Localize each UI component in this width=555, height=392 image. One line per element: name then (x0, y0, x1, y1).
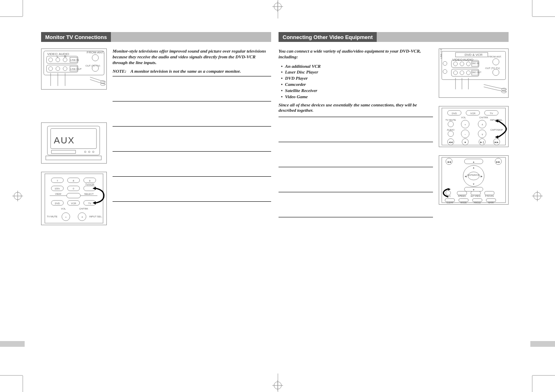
svg-text:◀◀: ◀◀ (449, 141, 453, 143)
svg-rect-114 (445, 198, 455, 202)
divider (113, 101, 271, 101)
divider (279, 167, 433, 167)
svg-point-68 (493, 69, 499, 76)
label-view: VIEW (55, 193, 61, 195)
svg-point-23 (92, 55, 99, 61)
label-ezview: EZ VIEW (471, 195, 481, 197)
key-dvd: DVD (55, 202, 60, 205)
divider (113, 151, 271, 152)
svg-text:▼: ▼ (472, 183, 475, 185)
label-audio: AUDIO (463, 58, 473, 62)
svg-point-64 (460, 71, 464, 75)
svg-text:▶▶: ▶▶ (495, 141, 499, 143)
registration-mark-left (12, 191, 23, 201)
divider (279, 142, 433, 142)
label-mode: MODE (461, 202, 467, 204)
svg-point-20 (56, 67, 60, 71)
svg-text:▶: ▶ (481, 175, 483, 178)
svg-text:■: ■ (465, 141, 466, 143)
svg-text:∧: ∧ (81, 216, 83, 218)
label-tvmute: TV MUTE (47, 215, 58, 218)
label-speed: SPEED (458, 195, 466, 197)
svg-text:∧: ∧ (481, 123, 483, 126)
svg-rect-113 (485, 191, 495, 195)
text-column: You can connect a wide variety of audio/… (279, 48, 433, 217)
label-mark: MARK (488, 202, 494, 204)
crop-guide (532, 0, 532, 16)
crop-guide (0, 16, 23, 17)
divider (279, 217, 433, 217)
label-video: VIDEO (452, 58, 463, 62)
registration-mark-right (532, 191, 543, 201)
outro-text: Since all of these devices use essential… (279, 102, 433, 114)
figures-column: DVD & VCR VIDEO AUDIO FROM ANT. OUT (TO … (439, 48, 509, 217)
label-clear: CLEAR (447, 202, 454, 204)
list-item: Laser Disc Player (281, 69, 433, 75)
svg-text:▶▶: ▶▶ (496, 161, 500, 163)
figure-monitor-aux: AUX (41, 122, 107, 164)
divider (279, 117, 433, 117)
intro-text: You can connect a wide variety of audio/… (279, 48, 433, 60)
intro-text: Monitor-style televisions offer improved… (113, 48, 271, 65)
svg-point-79 (448, 121, 454, 127)
crop-guide (532, 16, 555, 17)
section-title: Monitor TV Connections (41, 32, 111, 42)
figure-remote-lower: ◀◀ ▶▶ ▲ ENTER/OK ▲ ▼ ◀ ▶ ▼ REC SPE (439, 155, 509, 205)
step-dividers (113, 101, 271, 202)
svg-point-16 (63, 58, 67, 62)
crop-guide (532, 376, 532, 392)
crop-guide (278, 374, 278, 392)
svg-rect-111 (457, 191, 467, 195)
key-vcr: VCR (71, 202, 76, 205)
crop-guide (532, 375, 555, 376)
note-body: A monitor television is not the same as … (131, 69, 248, 74)
svg-rect-115 (459, 198, 469, 202)
svg-point-19 (48, 67, 53, 71)
key-100plus: 100+ (55, 187, 60, 190)
divider (113, 201, 271, 202)
divider (113, 176, 271, 177)
page-right: Connecting Other Video Equipment You can… (279, 32, 509, 361)
label-decout: DEC OUT (472, 71, 481, 74)
svg-point-63 (454, 71, 458, 75)
figures-column: VIDEO AUDIO FROM ANT. L R LINE IN LINE O… (41, 48, 107, 225)
label-angle: ANGLE (474, 202, 481, 204)
svg-text:▲: ▲ (472, 161, 475, 163)
svg-point-84 (448, 131, 454, 137)
svg-point-56 (443, 69, 447, 74)
figure-remote-upper: DVD VCR TV VOL CH/TRK + ∧ TV MUTE INPUT … (439, 106, 509, 147)
list-item: DVD Player (281, 75, 433, 81)
svg-rect-112 (471, 191, 481, 195)
label-inputsel: INPUT SEL. (89, 215, 102, 218)
label-captskip: CAPT/SKIP (491, 129, 503, 131)
crop-guide (23, 376, 23, 392)
svg-point-14 (48, 58, 53, 62)
svg-text:▲: ▲ (472, 166, 475, 169)
svg-point-30 (84, 151, 86, 153)
heading-bar: Monitor TV Connections (41, 32, 271, 42)
key-tv: TV (88, 202, 92, 205)
step-dividers (279, 142, 433, 217)
binding-edge-right (530, 341, 555, 347)
text-column: Monitor-style televisions offer improved… (113, 48, 271, 225)
key-dvd: DVD (452, 112, 457, 115)
svg-rect-29 (51, 150, 76, 154)
label-r: R (64, 55, 67, 58)
section-title: Connecting Other Video Equipment (279, 32, 377, 42)
svg-marker-118 (448, 188, 451, 191)
key-7: 7 (57, 180, 58, 182)
svg-text:+: + (65, 216, 67, 218)
equipment-list: An additional VCR Laser Disc Player DVD … (281, 63, 433, 100)
label-pscan: P.SCAN (485, 195, 494, 197)
svg-point-58 (454, 62, 458, 66)
label-vol: VOL (461, 116, 466, 119)
label-tvmute: TV MUTE (445, 119, 456, 121)
figure-dvdvcr-back-panel: DVD & VCR VIDEO AUDIO FROM ANT. OUT (TO … (439, 48, 509, 98)
label-l: L (57, 55, 58, 58)
key-9: 9 (89, 180, 90, 182)
page-left: Monitor TV Connections (41, 32, 271, 361)
svg-point-32 (92, 151, 94, 153)
svg-text:+: + (465, 123, 466, 126)
label-linein: LINE IN (70, 59, 79, 61)
svg-rect-33 (46, 156, 101, 160)
